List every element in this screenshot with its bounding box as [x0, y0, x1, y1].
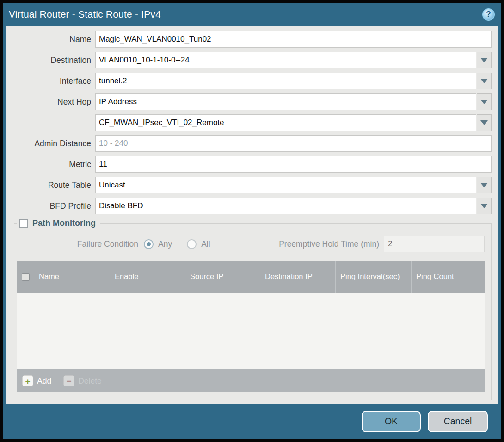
static-route-dialog: Virtual Router - Static Route - IPv4 ? N…: [3, 3, 501, 439]
column-header-destination-ip[interactable]: Destination IP: [260, 261, 335, 293]
chevron-down-icon: [480, 183, 488, 187]
failure-condition-option-all[interactable]: All: [187, 239, 210, 249]
cancel-button[interactable]: Cancel: [428, 411, 488, 432]
delete-button[interactable]: − Delete: [63, 375, 102, 386]
route-table-dropdown-button[interactable]: [477, 177, 492, 193]
destination-input[interactable]: [95, 52, 476, 68]
form-row-destination: Destination: [6, 52, 498, 68]
path-monitoring-checkbox[interactable]: [19, 219, 28, 228]
interface-input[interactable]: [95, 73, 476, 89]
form-row-next-hop: Next Hop: [6, 93, 498, 110]
screenshot-frame: Virtual Router - Static Route - IPv4 ? N…: [0, 0, 504, 442]
bfd-profile-input[interactable]: [95, 198, 476, 214]
next-hop-dropdown-button[interactable]: [477, 93, 492, 110]
minus-icon: −: [63, 375, 74, 386]
admin-distance-input[interactable]: [95, 135, 492, 152]
form-row-next-hop-address: [6, 114, 498, 131]
delete-button-label: Delete: [78, 376, 102, 386]
interface-dropdown-button[interactable]: [477, 73, 492, 89]
chevron-down-icon: [480, 120, 488, 125]
path-monitoring-section: Path Monitoring Failure Condition Any Al…: [14, 218, 492, 400]
table-header-select-all: [17, 261, 34, 293]
add-button[interactable]: + Add: [22, 375, 51, 386]
failure-condition-row: Failure Condition Any All Preemptive Hol…: [14, 236, 491, 252]
add-button-label: Add: [37, 376, 51, 386]
destination-dropdown-button[interactable]: [477, 52, 492, 68]
form-row-route-table: Route Table: [6, 177, 498, 193]
table-header: Name Enable Source IP Destination IP Pin…: [17, 261, 485, 293]
table-toolbar: + Add − Delete: [17, 369, 485, 392]
radio-all-icon[interactable]: [187, 239, 197, 249]
dialog-titlebar: Virtual Router - Static Route - IPv4 ?: [3, 3, 501, 26]
chevron-down-icon: [480, 204, 488, 208]
chevron-down-icon: [480, 79, 488, 83]
path-monitoring-legend: Path Monitoring: [17, 218, 100, 228]
column-header-name[interactable]: Name: [34, 261, 110, 293]
form-row-bfd-profile: BFD Profile: [6, 198, 498, 214]
column-header-enable[interactable]: Enable: [110, 261, 185, 293]
name-input[interactable]: [95, 31, 492, 48]
next-hop-type-input[interactable]: [95, 93, 476, 110]
metric-label: Metric: [6, 160, 95, 169]
select-all-checkbox[interactable]: [22, 273, 30, 281]
path-monitoring-title: Path Monitoring: [32, 218, 96, 228]
column-header-source-ip[interactable]: Source IP: [185, 261, 260, 293]
form-row-metric: Metric: [6, 156, 498, 173]
route-table-label: Route Table: [6, 181, 95, 190]
preemptive-hold-time-label: Preemptive Hold Time (min): [225, 239, 384, 249]
dialog-title: Virtual Router - Static Route - IPv4: [9, 9, 482, 20]
metric-input[interactable]: [95, 156, 492, 173]
failure-condition-option-any[interactable]: Any: [144, 239, 172, 249]
ok-button[interactable]: OK: [362, 411, 421, 432]
interface-label: Interface: [6, 76, 95, 86]
chevron-down-icon: [480, 100, 488, 104]
route-table-input[interactable]: [95, 177, 476, 193]
bfd-profile-dropdown-button[interactable]: [477, 198, 492, 214]
table-body-empty: [17, 293, 485, 369]
next-hop-address-input[interactable]: [95, 114, 476, 131]
radio-any-icon[interactable]: [144, 239, 154, 249]
failure-condition-label: Failure Condition: [14, 239, 144, 249]
name-label: Name: [6, 35, 95, 44]
path-monitoring-table: Name Enable Source IP Destination IP Pin…: [17, 261, 485, 392]
bfd-profile-label: BFD Profile: [6, 201, 95, 211]
form-row-interface: Interface: [6, 73, 498, 89]
dialog-footer: OK Cancel: [3, 404, 501, 439]
radio-all-label: All: [201, 239, 210, 249]
chevron-down-icon: [480, 58, 488, 62]
admin-distance-label: Admin Distance: [6, 139, 95, 149]
form-row-admin-distance: Admin Distance: [6, 135, 498, 152]
column-header-ping-interval[interactable]: Ping Interval(sec): [335, 261, 411, 293]
destination-label: Destination: [6, 56, 95, 65]
dialog-content: Name Destination Interface: [6, 26, 498, 404]
column-header-ping-count[interactable]: Ping Count: [411, 261, 485, 293]
next-hop-address-dropdown-button[interactable]: [477, 114, 492, 131]
help-icon[interactable]: ?: [482, 8, 495, 21]
preemptive-hold-time-input[interactable]: [384, 236, 485, 252]
next-hop-label: Next Hop: [6, 97, 95, 107]
radio-any-label: Any: [158, 239, 172, 249]
plus-icon: +: [22, 375, 33, 386]
form-row-name: Name: [6, 31, 498, 48]
